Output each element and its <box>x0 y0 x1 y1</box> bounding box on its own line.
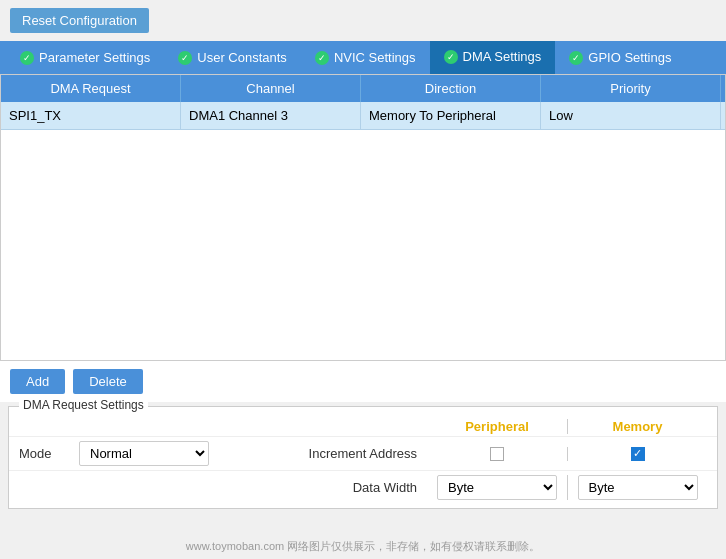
mode-select-wrap: Normal Circular <box>79 441 209 466</box>
main-content: DMA Request Channel Direction Priority S… <box>0 74 726 361</box>
tab-check-dma: ✓ <box>444 50 458 64</box>
cell-channel: DMA1 Channel 3 <box>181 102 361 129</box>
memory-header: Memory <box>567 419 707 434</box>
peripheral-data-width-select[interactable]: Byte Half Word Word <box>437 475 557 500</box>
cell-direction: Memory To Peripheral <box>361 102 541 129</box>
dma-request-settings-box: DMA Request Settings Peripheral Memory M… <box>8 406 718 509</box>
increment-address-label: Increment Address <box>209 446 427 461</box>
column-headers: Peripheral Memory <box>9 417 717 436</box>
peripheral-header: Peripheral <box>427 419 567 434</box>
data-width-row: Data Width Byte Half Word Word Byte Half… <box>9 470 717 504</box>
memory-increment-checkbox[interactable]: ✓ <box>631 447 645 461</box>
tab-check-gpio: ✓ <box>569 51 583 65</box>
watermark: www.toymoban.com 网络图片仅供展示，非存储，如有侵权请联系删除。 <box>0 539 726 554</box>
mode-select[interactable]: Normal Circular <box>79 441 209 466</box>
col-direction: Direction <box>361 75 541 102</box>
add-button[interactable]: Add <box>10 369 65 394</box>
tab-check-parameter: ✓ <box>20 51 34 65</box>
top-bar: Reset Configuration <box>0 0 726 41</box>
col-channel: Channel <box>181 75 361 102</box>
col-priority: Priority <box>541 75 721 102</box>
col-dma-request: DMA Request <box>1 75 181 102</box>
cell-request: SPI1_TX <box>1 102 181 129</box>
memory-increment-cell: ✓ <box>567 447 707 461</box>
dma-settings-legend: DMA Request Settings <box>19 398 148 412</box>
memory-data-width-cell: Byte Half Word Word <box>567 475 707 500</box>
tab-dma[interactable]: ✓ DMA Settings <box>430 41 556 74</box>
peripheral-increment-cell <box>427 447 567 461</box>
delete-button[interactable]: Delete <box>73 369 143 394</box>
tab-nvic[interactable]: ✓ NVIC Settings <box>301 41 430 74</box>
tab-user-constants[interactable]: ✓ User Constants <box>164 41 301 74</box>
table-row[interactable]: SPI1_TX DMA1 Channel 3 Memory To Periphe… <box>1 102 725 130</box>
mode-row: Mode Normal Circular Increment Address ✓ <box>9 436 717 470</box>
tabs-bar: ✓ Parameter Settings ✓ User Constants ✓ … <box>0 41 726 74</box>
peripheral-data-width-cell: Byte Half Word Word <box>427 475 567 500</box>
empty-area <box>1 130 725 360</box>
tab-check-nvic: ✓ <box>315 51 329 65</box>
cell-priority: Low <box>541 102 721 129</box>
memory-data-width-select[interactable]: Byte Half Word Word <box>578 475 698 500</box>
tab-parameter[interactable]: ✓ Parameter Settings <box>6 41 164 74</box>
mode-label: Mode <box>19 446 79 461</box>
peripheral-increment-checkbox[interactable] <box>490 447 504 461</box>
tab-gpio[interactable]: ✓ GPIO Settings <box>555 41 685 74</box>
action-bar: Add Delete <box>0 361 726 402</box>
table-header: DMA Request Channel Direction Priority <box>1 75 725 102</box>
tab-check-user-constants: ✓ <box>178 51 192 65</box>
reset-config-button[interactable]: Reset Configuration <box>10 8 149 33</box>
data-width-label: Data Width <box>19 480 427 495</box>
